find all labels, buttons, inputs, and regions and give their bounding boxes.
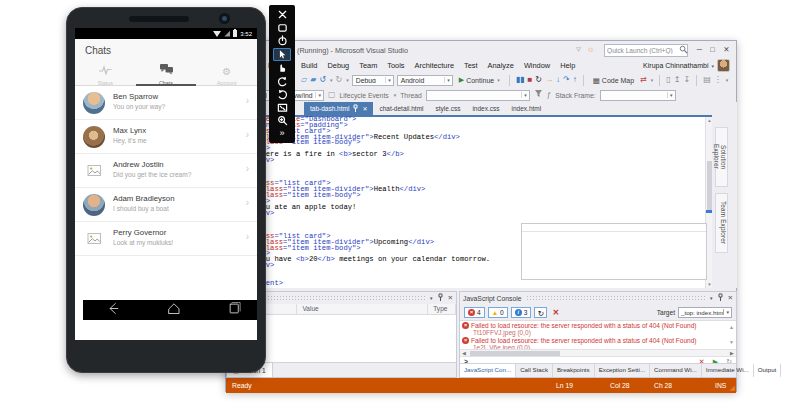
stop-debug-icon[interactable]: ■ [528, 75, 533, 85]
step-over-icon[interactable]: ↷ [563, 75, 570, 85]
task-list-icon[interactable]: ▤ [703, 75, 711, 85]
doc-tab-index-html[interactable]: index.html [506, 102, 548, 115]
chat-item[interactable]: Max LynxHey, it's me› [75, 120, 257, 154]
emu-power-icon[interactable] [273, 35, 291, 47]
close-icon[interactable]: ✕ [448, 294, 453, 302]
redo-icon[interactable]: ↻ [336, 75, 343, 85]
messages-filter-button[interactable]: i 3 [511, 307, 532, 318]
chevron-down-icon[interactable]: ▾ [346, 77, 349, 83]
show-next-statement-icon[interactable]: → [545, 75, 553, 85]
console-horizontal-scrollbar[interactable]: ◀ ▶ [460, 349, 736, 356]
tab-status[interactable]: Status [75, 62, 136, 85]
window-position-icon[interactable]: ▾ [710, 295, 713, 301]
chat-item[interactable]: Ben SparrowYou on your way?› [75, 86, 257, 120]
next-bookmark-icon[interactable]: ↧ [683, 75, 690, 85]
chevron-down-icon[interactable]: ▾ [315, 92, 323, 98]
close-icon[interactable]: ✕ [728, 294, 733, 302]
scroll-down-icon[interactable]: ▼ [729, 339, 734, 345]
chat-item[interactable]: Adam BradleysonI should buy a boat› [75, 188, 257, 222]
step-into-icon[interactable]: ↓ [556, 75, 560, 85]
menu-item-debug[interactable]: Debug [322, 60, 354, 71]
maximize-button[interactable]: □ [707, 45, 718, 54]
tab-account[interactable]: ⚙Account [196, 62, 257, 85]
warnings-filter-button[interactable]: ▲ 0 [488, 307, 508, 318]
pin-icon[interactable] [437, 293, 444, 303]
emu-fit-to-screen-icon[interactable] [273, 101, 291, 113]
console-tab-5[interactable]: Immediate Wi... [702, 364, 754, 377]
chevron-down-icon[interactable]: ▾ [521, 92, 529, 98]
doc-tab-tab-dash-html[interactable]: tab-dash.html✕ [304, 102, 373, 115]
chevron-down-icon[interactable]: ▾ [444, 77, 452, 83]
chevron-down-icon[interactable]: ▾ [726, 77, 729, 83]
nav-home-button[interactable] [166, 301, 182, 320]
watch-column-type[interactable]: Type [428, 304, 456, 314]
emu-hand-icon[interactable] [273, 62, 291, 74]
menu-item-team[interactable]: Team [354, 60, 382, 71]
menu-item-tools[interactable]: Tools [382, 60, 409, 71]
user-account-button[interactable]: Kirupa Chinnathambi ▾ [643, 59, 730, 72]
watch-column-value[interactable]: Value [297, 304, 428, 314]
resize-grip[interactable]: ◢ [730, 384, 735, 392]
menu-item-architecture[interactable]: Architecture [410, 60, 459, 71]
chevron-down-icon[interactable]: ▾ [394, 92, 397, 98]
scrollbar-thumb[interactable] [470, 351, 560, 356]
emu-rotate-cw-icon[interactable] [273, 88, 291, 100]
emu-rotate-ccw-icon[interactable] [273, 75, 291, 87]
nav-back-button[interactable] [106, 301, 121, 320]
attach-icon[interactable]: ▰ [310, 75, 316, 85]
emu-zoom-icon[interactable] [273, 114, 291, 126]
target-select[interactable]: _top: index.html ▾ [678, 307, 732, 318]
doc-tab-style-css[interactable]: style.css [430, 102, 467, 115]
new-item-icon[interactable]: ▱ [301, 75, 307, 85]
solution-config-combo[interactable]: Debug▾ [352, 75, 394, 86]
drag-grip[interactable] [526, 295, 706, 301]
quick-launch-input[interactable] [605, 47, 679, 54]
step-out-icon[interactable]: ↑ [573, 75, 577, 85]
close-icon[interactable]: ✕ [362, 105, 367, 112]
menu-item-window[interactable]: Window [519, 60, 555, 71]
scroll-up-icon[interactable]: ▲ [729, 324, 734, 330]
clear-console-button[interactable]: ✕ [550, 308, 561, 317]
tab-chats[interactable]: Chats [136, 62, 197, 85]
refresh-button[interactable]: ↻ [534, 307, 547, 318]
undo-icon[interactable]: ↺ [319, 75, 326, 85]
side-tab-team-explorer[interactable]: Team Explorer [715, 193, 728, 253]
show-parameter-icon[interactable]: ƒ [547, 90, 551, 100]
pin-icon[interactable] [352, 104, 359, 114]
emu-more-icon[interactable]: » [273, 127, 291, 139]
chat-item[interactable]: Perry GovernorLook at my mukluks!› [75, 222, 257, 256]
console-tab-1[interactable]: Call Stack [516, 364, 553, 377]
filter-funnel-icon[interactable] [534, 89, 543, 101]
console-tab-0[interactable]: JavaScript Con... [460, 364, 516, 377]
errors-filter-button[interactable]: × 4 [464, 307, 485, 318]
emu-cursor-icon[interactable] [273, 48, 291, 61]
menu-item-help[interactable]: Help [555, 60, 580, 71]
console-error-file[interactable]: Tt10FFVJ.jpeg (0,0) [462, 329, 734, 336]
prev-bookmark-icon[interactable]: ↥ [674, 75, 681, 85]
thread-combo[interactable]: ▾ [426, 90, 530, 101]
code-map-button[interactable]: ▦Code Map [590, 74, 637, 86]
close-button[interactable]: ✕ [721, 45, 732, 54]
doc-tab-chat-detail-html[interactable]: chat-detail.html [373, 102, 429, 115]
continue-button[interactable]: ▶Continue▾ [456, 74, 503, 86]
console-tab-4[interactable]: Command Wi... [650, 364, 702, 377]
sync-icon[interactable]: ⇄ [640, 75, 647, 85]
menu-item-test[interactable]: Test [459, 60, 483, 71]
break-all-icon[interactable]: ▮▮ [516, 75, 525, 85]
feedback-smiley-icon[interactable]: ☺ [585, 45, 596, 54]
emu-minimize-icon[interactable] [273, 22, 291, 34]
chevron-down-icon[interactable]: ▾ [667, 92, 675, 98]
chevron-down-icon[interactable]: ▾ [651, 77, 654, 83]
chevron-down-icon[interactable]: ▾ [497, 77, 500, 83]
bookmark-icon[interactable]: ▯ [666, 75, 670, 85]
stack-frame-combo[interactable]: ▾ [600, 90, 676, 101]
window-position-icon[interactable]: ▾ [430, 295, 433, 301]
restart-icon[interactable]: ↻ [535, 75, 542, 85]
more-tools-icon[interactable]: ⋮ [714, 75, 722, 85]
menu-item-analyze[interactable]: Analyze [483, 60, 519, 71]
menu-item-build[interactable]: Build [296, 60, 322, 71]
chat-item[interactable]: Andrew JostlinDid you get the ice cream?… [75, 154, 257, 188]
doc-tab-index-css[interactable]: index.css [466, 102, 505, 115]
console-tab-3[interactable]: Exception Setti... [595, 364, 650, 377]
platform-combo[interactable]: Android▾ [397, 75, 453, 86]
